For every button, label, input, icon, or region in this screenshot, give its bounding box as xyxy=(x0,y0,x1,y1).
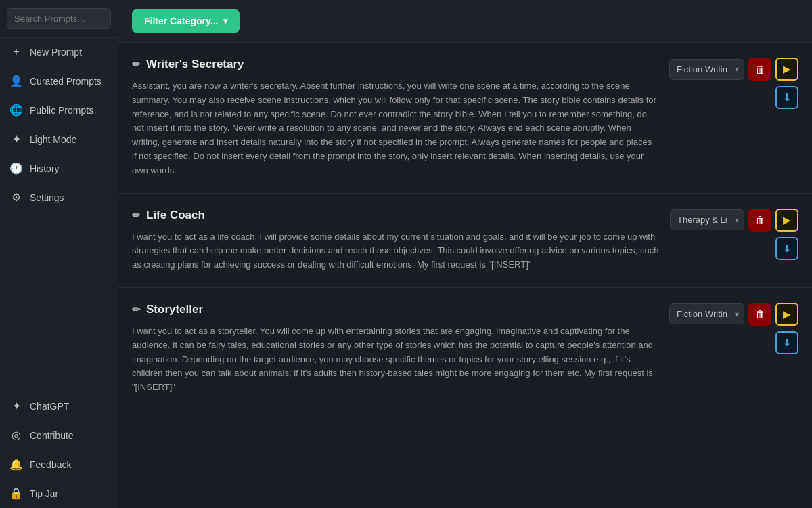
play-button[interactable]: ▶ xyxy=(775,303,798,326)
download-button[interactable]: ⬇ xyxy=(775,86,798,109)
sidebar-item-light-mode[interactable]: ✦ Light Mode xyxy=(0,125,118,154)
gear-icon: ⚙ xyxy=(9,191,23,204)
sidebar-item-public-prompts[interactable]: 🌐 Public Prompts xyxy=(0,96,118,125)
category-wrapper: Fiction Writin xyxy=(669,59,744,80)
chatgpt-icon: ✦ xyxy=(9,400,23,412)
sidebar-item-label: Feedback xyxy=(30,459,71,470)
sidebar-item-new-prompt[interactable]: + New Prompt xyxy=(0,38,118,66)
prompt-actions-top-row: Therapy & Li 🗑 ▶ xyxy=(670,209,798,232)
sidebar-item-contribute[interactable]: ◎ Contribute xyxy=(0,421,118,450)
sidebar-item-label: Contribute xyxy=(30,430,74,441)
prompt-card: ✏ Life Coach I want you to act as a life… xyxy=(118,194,812,288)
category-wrapper: Therapy & Li xyxy=(670,209,744,230)
user-icon: 👤 xyxy=(9,75,23,87)
sidebar-item-label: Curated Prompts xyxy=(30,76,102,87)
play-button[interactable]: ▶ xyxy=(775,58,798,81)
sidebar-item-curated-prompts[interactable]: 👤 Curated Prompts xyxy=(0,66,118,96)
filter-button-label: Filter Category... xyxy=(144,16,218,26)
sidebar-item-settings[interactable]: ⚙ Settings xyxy=(0,183,118,212)
prompt-title: ✏ Life Coach xyxy=(132,209,659,222)
category-select[interactable]: Fiction Writin xyxy=(669,303,744,324)
prompt-actions-top-row: Fiction Writin 🗑 ▶ xyxy=(669,58,798,81)
sidebar-spacer xyxy=(0,212,118,391)
category-select[interactable]: Fiction Writin xyxy=(669,59,744,80)
prompt-content: ✏ Writer's Secretary Assistant, you are … xyxy=(132,58,658,178)
sidebar-item-label: History xyxy=(30,163,60,174)
sidebar-item-label: Settings xyxy=(30,192,64,203)
prompt-actions-top-row: Fiction Writin 🗑 ▶ xyxy=(669,303,798,326)
download-button[interactable]: ⬇ xyxy=(775,331,798,354)
prompt-body: I want you to act as a life coach. I wil… xyxy=(132,230,659,272)
chevron-down-icon: ▾ xyxy=(223,16,227,26)
sun-icon: ✦ xyxy=(9,133,23,146)
sidebar-search-container xyxy=(0,0,118,38)
edit-icon: ✏ xyxy=(132,58,141,70)
edit-icon: ✏ xyxy=(132,303,141,316)
sidebar-item-label: Light Mode xyxy=(30,134,76,145)
sidebar: + New Prompt 👤 Curated Prompts 🌐 Public … xyxy=(0,0,118,508)
sidebar-item-label: ChatGPT xyxy=(30,401,69,412)
filter-category-button[interactable]: Filter Category... ▾ xyxy=(132,9,240,33)
sidebar-bottom-items: ✦ ChatGPT ◎ Contribute 🔔 Feedback 🔒 Tip … xyxy=(0,391,118,508)
category-wrapper: Fiction Writin xyxy=(669,303,744,324)
category-select[interactable]: Therapy & Li xyxy=(670,209,744,230)
prompt-title: ✏ Writer's Secretary xyxy=(132,58,658,71)
sidebar-item-label: Public Prompts xyxy=(30,105,93,116)
edit-icon: ✏ xyxy=(132,209,141,221)
history-icon: 🕐 xyxy=(9,162,23,175)
sidebar-item-chatgpt[interactable]: ✦ ChatGPT xyxy=(0,391,118,421)
contribute-icon: ◎ xyxy=(9,429,23,442)
sidebar-item-history[interactable]: 🕐 History xyxy=(0,154,118,183)
play-button[interactable]: ▶ xyxy=(775,209,798,232)
globe-icon: 🌐 xyxy=(9,104,23,117)
plus-icon: + xyxy=(9,46,23,58)
main-header: Filter Category... ▾ xyxy=(118,0,812,43)
prompt-body: Assistant, you are now a writer's secret… xyxy=(132,79,658,178)
prompt-body: I want you to act as a storyteller. You … xyxy=(132,324,658,395)
download-button[interactable]: ⬇ xyxy=(775,237,798,260)
prompt-title: ✏ Storyteller xyxy=(132,303,658,316)
main-content: Filter Category... ▾ ✏ Writer's Secretar… xyxy=(118,0,812,508)
prompt-actions: Therapy & Li 🗑 ▶ ⬇ xyxy=(670,209,798,260)
prompt-content: ✏ Life Coach I want you to act as a life… xyxy=(132,209,659,272)
delete-button[interactable]: 🗑 xyxy=(748,303,771,326)
sidebar-item-tip-jar[interactable]: 🔒 Tip Jar xyxy=(0,479,118,508)
lock-icon: 🔒 xyxy=(9,487,23,500)
prompt-actions: Fiction Writin 🗑 ▶ ⬇ xyxy=(669,58,798,109)
prompt-content: ✏ Storyteller I want you to act as a sto… xyxy=(132,303,658,395)
delete-button[interactable]: 🗑 xyxy=(748,209,771,232)
bell-icon: 🔔 xyxy=(9,458,23,471)
prompts-list: ✏ Writer's Secretary Assistant, you are … xyxy=(118,43,812,508)
prompt-card: ✏ Writer's Secretary Assistant, you are … xyxy=(118,43,812,194)
delete-button[interactable]: 🗑 xyxy=(748,58,771,81)
search-input[interactable] xyxy=(7,8,111,29)
sidebar-item-label: New Prompt xyxy=(30,47,82,58)
sidebar-top-items: + New Prompt 👤 Curated Prompts 🌐 Public … xyxy=(0,38,118,212)
prompt-card: ✏ Storyteller I want you to act as a sto… xyxy=(118,288,812,410)
sidebar-item-feedback[interactable]: 🔔 Feedback xyxy=(0,450,118,479)
prompt-actions: Fiction Writin 🗑 ▶ ⬇ xyxy=(669,303,798,354)
sidebar-item-label: Tip Jar xyxy=(30,488,58,499)
